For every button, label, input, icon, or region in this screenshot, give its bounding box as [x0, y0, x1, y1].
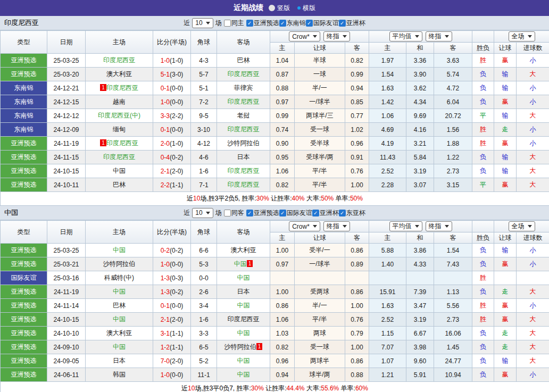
- draw-odds: 3.07: [406, 178, 434, 192]
- handicap-result-cell: 输: [494, 68, 517, 81]
- corner-count: 9-5: [191, 109, 217, 123]
- vertical-layout-radio[interactable]: 竖版: [269, 4, 290, 13]
- match-date: 24-09-10: [47, 340, 86, 354]
- same-venue-checkbox[interactable]: 同客: [224, 208, 244, 218]
- same-venue-checkbox[interactable]: 同主: [224, 19, 244, 28]
- competition-filters: ✓亚洲预选✓东南锦✓国际友谊✓亚洲杯: [246, 19, 365, 28]
- result-cell: 负: [472, 151, 494, 164]
- scope-select[interactable]: 全场: [509, 221, 535, 231]
- match-row: 亚洲预选24-09-05日本7-0(2-0)5-2中国0.96两球半0.861.…: [1, 354, 549, 368]
- handicap-away-odds: 0.76: [345, 164, 369, 178]
- bookmaker-select[interactable]: Crow*: [289, 31, 320, 41]
- filter-checkbox[interactable]: ✓东南锦: [279, 19, 306, 28]
- summary-segment: 单率:: [339, 385, 355, 392]
- match-date: 24-12-21: [47, 81, 86, 95]
- chevron-down-icon: [445, 225, 449, 230]
- final-odds-select-2[interactable]: 终指: [426, 221, 452, 231]
- result-cell: 负: [472, 81, 494, 95]
- goals-result-cell: [517, 271, 549, 285]
- handicap-home-odds: 0.97: [270, 95, 295, 109]
- final-odds-select[interactable]: 终指: [323, 221, 350, 231]
- score-cell: 1-0(1-0): [153, 54, 191, 68]
- horizontal-layout-radio[interactable]: 横版: [297, 4, 315, 13]
- filter-checkbox[interactable]: ✓亚洲预选: [246, 208, 279, 218]
- corner-count: 5-3: [191, 257, 217, 271]
- handicap-away-odds: 0.77: [345, 109, 369, 123]
- match-row: 亚洲预选24-10-15中国2-1(2-0)1-6印度尼西亚1.06平/半0.7…: [1, 164, 549, 178]
- handicap-result-cell: 赢: [494, 137, 517, 151]
- competition-type-badge: 亚洲预选: [1, 257, 47, 271]
- bookmaker-select[interactable]: Crow*: [289, 221, 320, 231]
- checkbox-checked-icon: ✓: [279, 20, 286, 27]
- scope-select[interactable]: 全场: [509, 31, 535, 41]
- draw-odds: 6.67: [406, 327, 434, 340]
- handicap-odds-header: Crow* 终指: [270, 221, 369, 232]
- handicap-away-odds: 0.88: [345, 368, 369, 382]
- home-column-header: 主场: [86, 221, 153, 244]
- average-odds-select[interactable]: 平均值: [389, 31, 422, 41]
- recent-count-value: 10: [195, 19, 202, 27]
- away-team: 印度尼西亚: [217, 313, 270, 327]
- summary-row: 近10场,胜3平0负7, 胜率:30% 让胜率:44.4% 大率:55.6% 单…: [1, 382, 549, 392]
- filter-checkbox[interactable]: ✓亚洲预选: [246, 19, 279, 28]
- checkbox-checked-icon: ✓: [339, 210, 346, 216]
- competition-type-badge: 国际友谊: [1, 271, 47, 285]
- average-odds-select[interactable]: 平均值: [389, 221, 422, 231]
- handicap-home-odds: 0.99: [270, 109, 295, 123]
- away-team: 中国: [217, 327, 270, 340]
- away-team: 中国: [217, 368, 270, 382]
- final-odds-select-2[interactable]: 终指: [426, 31, 452, 41]
- handicap-line: 一球: [295, 68, 345, 81]
- match-row: 东南锦24-12-15越南1-0(0-0)7-2印度尼西亚0.97一/球半0.8…: [1, 95, 549, 109]
- home-team: 中国: [86, 313, 153, 327]
- goals-result-cell: 小: [517, 137, 549, 151]
- team-section: 印度尼西亚 近 10 场 同主 ✓亚洲预选✓东南锦✓国际友谊✓亚洲杯: [0, 16, 549, 206]
- recent-count-select[interactable]: 10: [192, 18, 213, 28]
- away-team: 印度尼西亚: [217, 164, 270, 178]
- handicap-result-cell: 赢: [494, 313, 517, 327]
- europe-odds-header: 平均值 终指: [369, 31, 472, 43]
- filter-checkbox[interactable]: ✓国际友谊: [279, 208, 312, 218]
- draw-odds: 4.33: [406, 257, 434, 271]
- final-odds-select[interactable]: 终指: [323, 31, 350, 41]
- away-team: 印度尼西亚: [217, 95, 270, 109]
- filter-checkbox[interactable]: ✓亚洲杯: [339, 19, 365, 28]
- filter-label: 亚洲杯: [346, 19, 365, 28]
- lose-odds: 24.77: [434, 354, 472, 368]
- handicap-away-odds: 1.02: [345, 123, 369, 137]
- filter-checkbox[interactable]: ✓国际友谊: [306, 19, 339, 28]
- recent-results-panel: 近期战绩 竖版 横版 印度尼西亚 近 10 场: [0, 0, 549, 392]
- draw-odds: 4.16: [406, 123, 434, 137]
- match-date: 24-11-14: [47, 299, 86, 313]
- competition-type-badge: 亚洲预选: [1, 244, 47, 257]
- away-team: 老挝: [217, 109, 270, 123]
- corner-count: 5-7: [191, 68, 217, 81]
- chevron-down-icon: [343, 35, 347, 40]
- handicap-result-cell: 赢: [494, 368, 517, 382]
- summary-segment: 50%: [350, 195, 363, 202]
- competition-type-badge: 亚洲预选: [1, 354, 47, 368]
- score-cell: 1-0(0-0): [153, 95, 191, 109]
- home-team: 中国: [86, 244, 153, 257]
- filter-checkbox[interactable]: ✓亚洲杯: [312, 208, 339, 218]
- handicap-result-cell: 走: [494, 340, 517, 354]
- summary-segment: 大率:: [305, 385, 321, 392]
- chevron-down-icon: [415, 35, 419, 40]
- draw-odds: 3.36: [406, 54, 434, 68]
- odds-lose-header: 客: [434, 43, 472, 54]
- goals-result-cell: 大: [517, 313, 549, 327]
- filter-checkbox[interactable]: ✓东亚杯: [339, 208, 365, 218]
- filter-label: 东南锦: [287, 19, 306, 28]
- filter-label: 国际友谊: [313, 19, 339, 28]
- results-body: 亚洲预选25-03-25印度尼西亚1-0(1-0)4-3巴林1.04半球0.82…: [1, 54, 549, 192]
- summary-segment: 30%: [256, 195, 269, 202]
- draw-odds: 3.62: [406, 81, 434, 95]
- draw-odds: 3.21: [406, 137, 434, 151]
- score-column-header: 比分(半场): [153, 221, 191, 244]
- recent-count-select[interactable]: 10: [192, 208, 213, 218]
- summary-segment: 近: [181, 385, 188, 392]
- competition-type-badge: 东南锦: [1, 109, 47, 123]
- matches-label: 场: [215, 19, 222, 28]
- results-table: 类型 日期 主场 比分(半场) 角球 客场 Crow* 终指 平均值: [0, 30, 549, 206]
- handicap-line: 受半球: [295, 137, 345, 151]
